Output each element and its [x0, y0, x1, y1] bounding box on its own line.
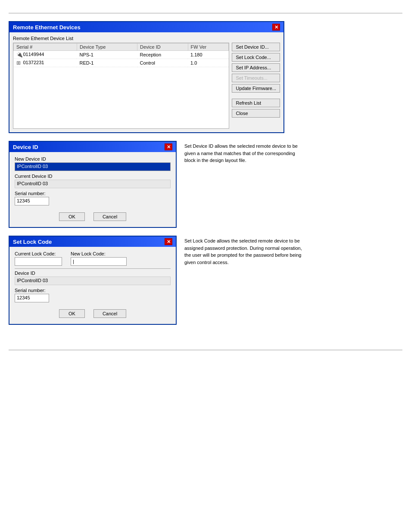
set-lock-ok-button[interactable]: OK [59, 309, 85, 318]
red-buttons-panel: Set Device ID... Set Lock Code... Set IP… [232, 43, 280, 129]
lock-divider [15, 268, 171, 269]
device-id-cancel-button[interactable]: Cancel [93, 212, 126, 221]
remote-ethernet-section: Remote Ethernet Devices ✕ Remote Etherne… [9, 21, 402, 133]
lock-codes-row: Current Lock Code: New Lock Code: [15, 251, 171, 266]
red-table-header-row: Serial # Device Type Device ID FW Ver [14, 44, 229, 51]
table-row[interactable]: ⊞01372231 RED-1 Control 1.0 [14, 59, 229, 67]
set-lock-close-button[interactable]: ✕ [165, 238, 172, 245]
set-lock-titlebar: Set Lock Code ✕ [9, 236, 176, 247]
grid-icon: ⊞ [16, 60, 22, 66]
serial-value: 12345 [15, 197, 49, 205]
lock-serial-value: 12345 [15, 294, 49, 302]
device-id-titlebar: Device ID ✕ [9, 142, 176, 152]
col-device-id: Device ID [137, 44, 188, 51]
set-lock-code-button[interactable]: Set Lock Code... [232, 53, 280, 62]
new-device-id-input[interactable]: IPControlID 03 [15, 162, 171, 171]
device-id-description: Set Device ID allows the selected remote… [184, 141, 305, 164]
remote-ethernet-dialog: Remote Ethernet Devices ✕ Remote Etherne… [9, 21, 284, 133]
set-lock-description: Set Lock Code allows the selected remote… [184, 236, 305, 266]
device-id-ok-button[interactable]: OK [59, 212, 85, 221]
lock-serial-label: Serial number: [15, 288, 171, 293]
device-id-title: Device ID [13, 144, 38, 150]
row1-fw-ver: 1.180 [188, 51, 229, 59]
row2-device-type: RED-1 [77, 59, 137, 67]
network-icon: 🔌 [16, 52, 22, 58]
set-lock-title: Set Lock Code [13, 239, 52, 245]
set-lock-footer: OK Cancel [15, 306, 171, 320]
close-button[interactable]: Close [232, 109, 280, 118]
set-lock-code-dialog: Set Lock Code ✕ Current Lock Code: New L… [9, 236, 177, 325]
red-table-head: Serial # Device Type Device ID FW Ver [14, 44, 229, 51]
current-lock-input[interactable] [15, 257, 62, 266]
red-titlebar: Remote Ethernet Devices ✕ [9, 22, 283, 32]
new-lock-field: New Lock Code: [71, 251, 127, 266]
set-lock-body: Current Lock Code: New Lock Code: Device… [9, 247, 176, 324]
set-timeouts-button[interactable]: Set Timeouts... [232, 74, 280, 82]
red-table-area: Serial # Device Type Device ID FW Ver 🔌0… [13, 43, 229, 129]
table-row[interactable]: 🔌01149944 NPS-1 Reception 1.180 [14, 51, 229, 59]
update-firmware-button[interactable]: Update Firmware... [232, 84, 280, 93]
serial-label: Serial number: [15, 191, 171, 196]
set-lock-code-section: Set Lock Code ✕ Current Lock Code: New L… [9, 236, 402, 325]
device-id-section: Device ID ✕ New Device ID IPControlID 03… [9, 141, 402, 228]
row1-device-type: NPS-1 [77, 51, 137, 59]
red-inner: Remote Ethernet Device List Serial # Dev… [9, 32, 283, 132]
col-fw-ver: FW Ver [188, 44, 229, 51]
refresh-list-button[interactable]: Refresh List [232, 99, 280, 107]
red-table: Serial # Device Type Device ID FW Ver 🔌0… [13, 43, 229, 67]
new-lock-input[interactable] [71, 257, 127, 266]
new-device-id-label: New Device ID [15, 156, 171, 162]
set-device-id-button[interactable]: Set Device ID... [232, 43, 280, 51]
lock-serial-row: Serial number: 12345 [15, 288, 171, 302]
row2-fw-ver: 1.0 [188, 59, 229, 67]
current-device-id-label: Current Device ID [15, 174, 171, 179]
device-id-body: New Device ID IPControlID 03 Current Dev… [9, 152, 176, 227]
set-lock-cancel-button[interactable]: Cancel [93, 309, 126, 318]
current-device-id-value: IPControlID 03 [15, 180, 171, 188]
row1-device-id: Reception [137, 51, 188, 59]
current-lock-field: Current Lock Code: [15, 251, 62, 266]
device-id-close-button[interactable]: ✕ [165, 143, 172, 150]
device-id-footer: OK Cancel [15, 209, 171, 223]
red-close-button[interactable]: ✕ [272, 24, 280, 31]
red-list-label: Remote Ethernet Device List [13, 36, 280, 41]
red-title: Remote Ethernet Devices [13, 24, 81, 31]
row2-device-id: Control [137, 59, 188, 67]
serial-row: Serial number: 12345 [15, 191, 171, 205]
current-lock-label: Current Lock Code: [15, 251, 62, 256]
lock-device-id-label: Device ID [15, 271, 171, 276]
row2-serial: ⊞01372231 [14, 59, 77, 67]
col-device-type: Device Type [77, 44, 137, 51]
col-serial: Serial # [14, 44, 77, 51]
red-content: Serial # Device Type Device ID FW Ver 🔌0… [13, 43, 280, 129]
device-id-dialog: Device ID ✕ New Device ID IPControlID 03… [9, 141, 177, 228]
bottom-divider [9, 350, 402, 350]
set-ip-address-button[interactable]: Set IP Address... [232, 63, 280, 72]
new-lock-label: New Lock Code: [71, 251, 127, 256]
top-divider [9, 13, 402, 13]
row1-serial: 🔌01149944 [14, 51, 77, 59]
lock-device-id-value: IPControlID 03 [15, 277, 171, 285]
red-table-body: 🔌01149944 NPS-1 Reception 1.180 ⊞0137223… [14, 51, 229, 67]
